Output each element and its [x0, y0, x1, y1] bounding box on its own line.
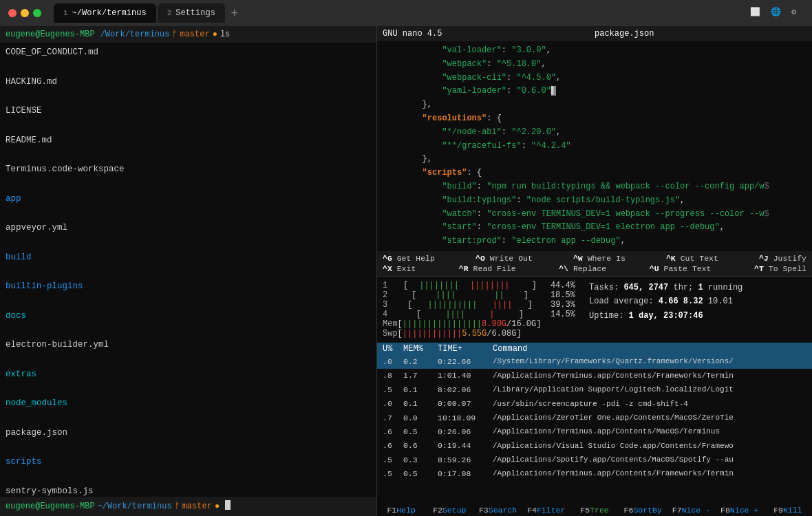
proc-mem: 0.0: [403, 412, 438, 424]
nano-line: "start:prod": "electron app --debug",: [383, 235, 806, 248]
col-header-mem: MEM%: [403, 344, 438, 354]
nano-shortcuts: ^G Get Help ^O Write Out ^W Where Is ^K …: [377, 251, 812, 276]
cpu-bar-3: 3 [ |||||||||| |||| ] 39.3%: [383, 300, 575, 310]
top-prompt: eugene@Eugenes-MBP /Work/terminus ᚠ mast…: [0, 26, 376, 43]
tab-1-number: 1: [63, 9, 68, 17]
tasks-stat: Tasks: 645, 2747 thr; 1 running: [589, 281, 806, 294]
minimize-button[interactable]: [21, 9, 29, 17]
shortcut-to-spell: ^T To Spell: [754, 264, 806, 273]
list-item: docs: [6, 309, 371, 323]
prompt-user: eugene@Eugenes-MBP: [6, 30, 95, 39]
col-header-cmd: Command: [493, 344, 527, 354]
proc-cmd: /usr/sbin/screencapture -pdi -z cmd-shif…: [493, 398, 688, 411]
proc-rows[interactable]: .0 0.2 0:22.66 /System/Library/Framework…: [377, 355, 812, 479]
nano-line: "scripts": {: [383, 166, 806, 180]
f1-key[interactable]: F1Help: [377, 506, 425, 515]
proc-mem: 0.5: [403, 426, 438, 438]
proc-mem: 0.2: [403, 356, 438, 368]
nano-line: "*/node-abi": "^2.20.0",: [383, 126, 806, 140]
left-terminal-panel: eugene@Eugenes-MBP /Work/terminus ᚠ mast…: [0, 26, 376, 516]
table-row[interactable]: .5 0.5 0:17.08 /Applications/Terminus.ap…: [377, 467, 812, 479]
proc-mem: 0.6: [403, 440, 438, 452]
table-row[interactable]: .5 0.1 8:02.06 /Library/Application Supp…: [377, 383, 812, 397]
shortcut-cut-text: ^K Cut Text: [666, 254, 718, 263]
list-item: package.json: [6, 426, 371, 440]
table-row[interactable]: .0 0.2 0:22.66 /System/Library/Framework…: [377, 355, 812, 369]
proc-cpu: .5: [383, 468, 403, 479]
proc-cpu: .6: [383, 440, 403, 452]
proc-mem: 1.7: [403, 369, 438, 382]
f8-key[interactable]: F8Nice +: [716, 506, 764, 515]
list-item: extras: [6, 367, 371, 382]
bottom-prompt-branch: master: [182, 502, 212, 511]
nano-line: },: [383, 98, 806, 112]
nano-line: "**/graceful-fs": "^4.2.4": [383, 140, 806, 153]
uptime-stat: Uptime: 1 day, 23:07:46: [589, 309, 806, 323]
proc-time: 1:01.40: [438, 369, 493, 382]
proc-time: 8:59.26: [438, 454, 493, 466]
proc-time: 10:18.09: [438, 412, 493, 424]
nano-line: "build:typings": "node scripts/build-typ…: [383, 194, 806, 208]
proc-time: 8:02.06: [438, 384, 493, 396]
window-restore-icon[interactable]: ⬜: [750, 7, 762, 19]
list-item: scripts: [6, 455, 371, 469]
prompt-path: /Work/terminus: [100, 30, 170, 39]
list-item: HACKING.md: [6, 75, 371, 89]
htop-stats: Tasks: 645, 2747 thr; 1 running Load ave…: [589, 281, 806, 338]
proc-cpu: .0: [383, 356, 403, 368]
list-item: CODE_OF_CONDUCT.md: [6, 45, 371, 60]
new-tab-button[interactable]: +: [226, 5, 243, 21]
mem-bar: Mem[||||||||||||||||8.90G/16.0G]: [383, 319, 575, 329]
close-button[interactable]: [8, 9, 17, 17]
proc-mem: 0.1: [403, 398, 438, 410]
table-row[interactable]: .7 0.0 10:18.09 /Applications/ZeroTier O…: [377, 411, 812, 425]
shortcut-justify: ^J Justify: [759, 254, 806, 263]
file-list[interactable]: CODE_OF_CONDUCT.md HACKING.md LICENSE RE…: [0, 43, 376, 497]
nano-line: "webpack": "^5.18.0",: [383, 58, 806, 72]
tab-1[interactable]: 1 ~/Work/terminus: [54, 3, 156, 23]
list-item: sentry-symbols.js: [6, 484, 371, 497]
settings-icon[interactable]: ⚙: [791, 7, 804, 19]
globe-icon[interactable]: 🌐: [771, 7, 783, 19]
maximize-button[interactable]: [33, 9, 41, 17]
proc-time: 0:17.08: [438, 468, 493, 479]
table-row[interactable]: .6 0.5 0:26.06 /Applications/Terminus.ap…: [377, 425, 812, 439]
bottom-prompt-git: ᚠ: [175, 502, 180, 511]
proc-cpu: .5: [383, 454, 403, 466]
proc-cpu: .8: [383, 369, 403, 382]
f6-key[interactable]: F6SortBy: [619, 506, 667, 515]
shortcut-read-file: ^R Read File: [459, 264, 516, 273]
nano-line: "resolutions": {: [383, 112, 806, 126]
nano-header: GNU nano 4.5 package.json: [377, 26, 812, 41]
list-item: Terminus.code-workspace: [6, 162, 371, 177]
table-row[interactable]: .5 0.3 8:59.26 /Applications/Spotify.app…: [377, 453, 812, 467]
tab-2[interactable]: 2 Settings: [158, 3, 225, 23]
f2-key[interactable]: F2Setup: [425, 506, 473, 515]
list-item: builtin-plugins: [6, 279, 371, 294]
f3-key[interactable]: F3Search: [473, 506, 522, 515]
f7-key[interactable]: F7Nice -: [667, 506, 715, 515]
shortcut-write-out: ^O Write Out: [476, 254, 533, 263]
table-row[interactable]: .6 0.6 0:19.44 /Applications/Visual Stud…: [377, 439, 812, 453]
nano-filename: package.json: [442, 29, 806, 39]
proc-table-header: U% MEM% TIME+ Command: [377, 343, 812, 355]
list-item: electron-builder.yml: [6, 338, 371, 352]
shortcut-exit: ^X Exit: [383, 264, 416, 273]
f9-key[interactable]: F9Kill: [764, 506, 812, 515]
table-row[interactable]: .8 1.7 1:01.40 /Applications/Terminus.ap…: [377, 369, 812, 383]
proc-cpu: .7: [383, 412, 403, 424]
nano-line: "val-loader": "3.0.0",: [383, 44, 806, 58]
function-keys-bar: F1Help F2Setup F3Search F4Filter F5Tree …: [377, 504, 812, 516]
f5-key[interactable]: F5Tree: [570, 506, 619, 515]
nano-editor-content[interactable]: "val-loader": "3.0.0", "webpack": "^5.18…: [377, 41, 812, 251]
proc-cpu: .6: [383, 426, 403, 438]
table-row[interactable]: .0 0.1 0:00.07 /usr/sbin/screencapture -…: [377, 397, 812, 411]
proc-mem: 0.3: [403, 454, 438, 466]
prompt-branch: master: [180, 30, 209, 39]
htop-cpu-bars: 1 [ |||||||||||||||| ] 44.4% 2 [ |||| ||…: [383, 281, 575, 338]
proc-time: 0:22.66: [438, 356, 493, 368]
f4-key[interactable]: F4Filter: [522, 506, 570, 515]
proc-cmd: /Applications/Terminus.app/Contents/Fram…: [493, 370, 734, 383]
prompt-command: ls: [220, 30, 230, 39]
bottom-prompt: eugene@Eugenes-MBP ~/Work/terminus ᚠ mas…: [0, 497, 376, 516]
